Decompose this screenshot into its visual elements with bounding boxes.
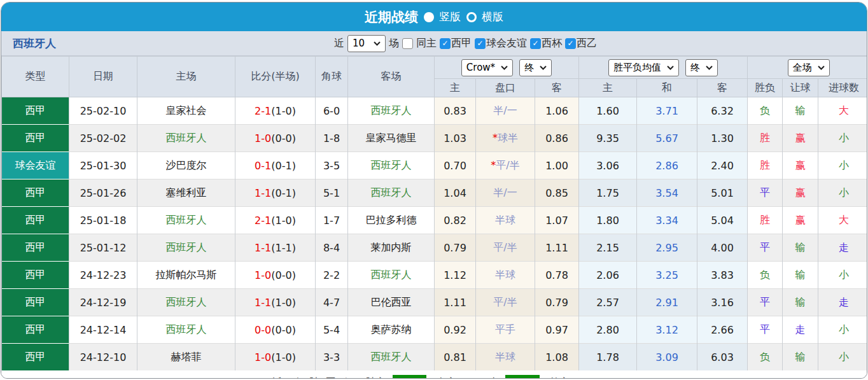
corner-score: 2-2 xyxy=(316,262,348,289)
games-label: 场 xyxy=(389,37,399,50)
result: 胜 xyxy=(748,207,783,234)
result: 胜 xyxy=(748,152,783,179)
layout-horizontal-option[interactable]: 横版 xyxy=(466,10,503,24)
handicap-result: 输 xyxy=(783,234,818,262)
wdl-mean-home: 9.35 xyxy=(579,125,637,152)
odds-home: 0.83 xyxy=(435,97,476,125)
goals-result: 走 xyxy=(818,234,867,262)
odds-home: 0.79 xyxy=(435,234,476,262)
odds-time-select[interactable]: 终 xyxy=(519,59,552,76)
odds-home: 0.82 xyxy=(435,207,476,234)
handicap-text: 半/一 xyxy=(493,104,517,116)
away-team: 西班牙人 xyxy=(348,179,435,207)
radio-unselected-icon[interactable] xyxy=(466,12,477,22)
laliga-checkbox[interactable] xyxy=(440,38,451,49)
odds-away: 1.06 xyxy=(535,97,579,125)
table-row: 西甲 24-12-10 赫塔菲 1-0(1-0) 3-3 西班牙人 0.81 半… xyxy=(2,344,868,371)
handicap: 半球 xyxy=(476,344,535,371)
subheader-wdl-home: 主 xyxy=(579,79,637,97)
handicap-text: 半/一 xyxy=(493,186,517,199)
fulltime-score: 2-1 xyxy=(255,105,271,117)
same-home-checkbox[interactable] xyxy=(402,38,413,49)
scope-select-group: 全场 xyxy=(748,57,867,79)
subheader-odds-home: 主 xyxy=(435,79,476,97)
fulltime-score: 0-1 xyxy=(255,160,271,172)
wdl-mean-home: 2.80 xyxy=(579,316,637,344)
away-team: 西班牙人 xyxy=(348,262,435,289)
handicap-result: 走 xyxy=(783,316,818,344)
near-label: 近 xyxy=(334,37,344,50)
scope-select[interactable]: 全场 xyxy=(788,59,830,76)
odds-home: 1.12 xyxy=(435,262,476,289)
home-team: 皇家社会 xyxy=(137,97,235,125)
goals-result: 小 xyxy=(818,152,867,179)
table-row: 西甲 25-01-18 西班牙人 2-1(1-0) 1-7 巴拉多利德 0.82… xyxy=(2,207,868,234)
result: 负 xyxy=(748,344,783,371)
fulltime-score: 1-1 xyxy=(255,297,271,309)
match-date: 24-12-23 xyxy=(69,262,137,289)
single-rate: 60% xyxy=(573,377,596,379)
handicap: *平/半 xyxy=(476,152,535,179)
match-date: 25-01-26 xyxy=(69,179,137,207)
match-type-badge: 西甲 xyxy=(2,262,69,289)
fulltime-score: 2-1 xyxy=(255,215,271,227)
result: 胜 xyxy=(748,125,783,152)
wdl-mean-away: 6.32 xyxy=(697,97,748,125)
halftime-score: (1-0) xyxy=(271,105,296,117)
home-team: 沙巴度尔 xyxy=(137,152,235,179)
chevron-down-icon xyxy=(667,66,674,70)
away-team: 西班牙人 xyxy=(348,344,435,371)
odds-home: 0.92 xyxy=(435,316,476,344)
score-cell: 1-0(1-0) xyxy=(235,344,316,371)
score-cell: 1-1(1-0) xyxy=(235,289,316,316)
odds-company-select[interactable]: Crow* xyxy=(461,59,513,76)
odds-home: 0.81 xyxy=(435,344,476,371)
match-type-badge: 西甲 xyxy=(2,179,69,207)
wdl-mean-draw: 3.09 xyxy=(637,344,697,371)
layout-vertical-option[interactable]: 竖版 xyxy=(424,10,461,24)
score-cell: 2-1(1-0) xyxy=(235,97,316,125)
chevron-down-icon xyxy=(501,66,508,70)
away-team: 莱加内斯 xyxy=(348,234,435,262)
recent-results-widget: 近期战绩 竖版 横版 西班牙人 近 10 场 同主 西甲 xyxy=(1,2,867,379)
table-row: 西甲 25-01-26 塞维利亚 1-1(0-1) 5-1 西班牙人 1.04 … xyxy=(2,179,868,207)
title-bar: 近期战绩 竖版 横版 xyxy=(1,3,867,31)
result: 负 xyxy=(748,262,783,289)
subheader-wdl-away: 客 xyxy=(697,79,748,97)
goals-result: 大 xyxy=(818,207,867,234)
radio-selected-icon[interactable] xyxy=(424,12,434,22)
handicap: *球半 xyxy=(476,125,535,152)
odds-away: 0.86 xyxy=(535,125,579,152)
league-filter-friendly: 球会友谊 xyxy=(475,37,527,50)
match-type-badge: 西甲 xyxy=(2,97,69,125)
home-team: 西班牙人 xyxy=(137,207,235,234)
copa-checkbox[interactable] xyxy=(530,38,541,49)
match-type-badge: 西甲 xyxy=(2,289,69,316)
goals-result: 小 xyxy=(818,344,867,371)
corner-score: 5-1 xyxy=(316,179,348,207)
chevron-down-icon xyxy=(540,66,547,70)
match-count-select[interactable]: 10 xyxy=(347,35,386,52)
segunda-checkbox[interactable] xyxy=(565,38,576,49)
wdl-time-select[interactable]: 终 xyxy=(685,59,718,76)
near-label: 近 xyxy=(272,376,283,379)
wdl-mean-home: 2.57 xyxy=(579,289,637,316)
wdl-mean-away: 2.40 xyxy=(697,152,748,179)
match-date: 24-12-10 xyxy=(69,344,137,371)
away-team: 皇家马德里 xyxy=(348,125,435,152)
col-header-away: 客场 xyxy=(348,57,435,97)
wdl-mean-draw: 3.71 xyxy=(637,97,697,125)
corner-score: 6-0 xyxy=(316,97,348,125)
halftime-score: (0-0) xyxy=(271,132,296,144)
score-cell: 1-1(0-1) xyxy=(235,179,316,207)
goals-result: 小 xyxy=(818,125,867,152)
home-team: 西班牙人 xyxy=(137,316,235,344)
subheader-goals: 进球数 xyxy=(818,79,867,97)
friendly-checkbox[interactable] xyxy=(475,38,486,49)
away-team: 巴伦西亚 xyxy=(348,289,435,316)
handicap: 半/一 xyxy=(476,97,535,125)
wdl-metric-select[interactable]: 胜平负均值 xyxy=(608,59,679,76)
single-label: 单率: xyxy=(549,376,573,379)
match-type-badge: 西甲 xyxy=(2,207,69,234)
subheader-handicap: 盘口 xyxy=(476,79,535,97)
